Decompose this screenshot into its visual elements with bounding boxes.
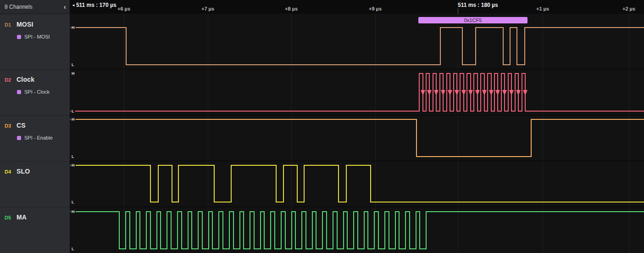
trace-slo bbox=[70, 165, 644, 202]
trace-cs bbox=[70, 119, 644, 157]
falling-edge-marker-icon bbox=[482, 90, 487, 96]
level-label-low: L bbox=[71, 247, 75, 251]
channel-row-d1[interactable]: D1MOSISPI - MOSI bbox=[0, 14, 70, 69]
falling-edge-marker-icon bbox=[509, 90, 514, 96]
decode-bubble-label: 0x1CF5 bbox=[464, 17, 482, 23]
waveform-area[interactable]: HL0x1CF5HLHLHLHL bbox=[70, 14, 644, 253]
falling-edge-marker-icon bbox=[434, 90, 439, 96]
falling-edge-marker-icon bbox=[523, 90, 527, 96]
falling-edge-marker-icon bbox=[461, 90, 466, 96]
channel-row-d3[interactable]: D3CSSPI - Enable bbox=[0, 115, 70, 161]
channel-row-divider bbox=[70, 69, 644, 69]
channel-name-label: MOSI bbox=[17, 21, 33, 28]
level-label-high: H bbox=[71, 209, 76, 214]
timeline-tick-label: +2 µs bbox=[622, 6, 635, 11]
level-label-low: L bbox=[71, 109, 75, 113]
falling-edge-marker-icon bbox=[475, 90, 480, 96]
timeline-start-marker-icon: ◄ bbox=[72, 3, 75, 7]
channels-count-label: 8 Channels bbox=[5, 4, 33, 10]
trace-ma bbox=[70, 212, 644, 249]
channel-id-label: D5 bbox=[5, 215, 17, 220]
level-label-low: L bbox=[71, 154, 75, 159]
timeline-tick-label: +1 µs bbox=[536, 6, 549, 11]
collapse-sidebar-icon[interactable]: ‹ bbox=[64, 3, 66, 10]
falling-edge-marker-icon bbox=[455, 90, 459, 96]
falling-edge-marker-icon bbox=[448, 90, 452, 96]
timeline-tick-mark bbox=[458, 8, 458, 14]
channel-row-divider bbox=[70, 115, 644, 115]
decode-bubble[interactable]: 0x1CF5 bbox=[418, 17, 527, 23]
channel-row-divider bbox=[70, 161, 644, 161]
channel-analyzer[interactable]: SPI - MOSI bbox=[0, 34, 70, 39]
channel-analyzer[interactable]: SPI - Enable bbox=[0, 135, 70, 141]
falling-edge-marker-icon bbox=[441, 90, 445, 96]
level-label-high: H bbox=[71, 163, 76, 168]
channel-name-label: Clock bbox=[17, 76, 34, 83]
timeline-ruler[interactable]: ◄511 ms : 170 µs +6 µs+7 µs+8 µs+9 µs511… bbox=[70, 0, 644, 14]
falling-edge-marker-icon bbox=[427, 90, 432, 96]
falling-edge-marker-icon bbox=[421, 90, 425, 96]
channel-row-d4[interactable]: D4SLO bbox=[0, 161, 70, 207]
channel-row-divider bbox=[70, 207, 644, 207]
channel-analyzer[interactable]: SPI - Clock bbox=[0, 89, 70, 95]
channel-id-label: D3 bbox=[5, 123, 17, 129]
channel-id-label: D1 bbox=[5, 22, 17, 28]
falling-edge-marker-icon bbox=[516, 90, 521, 96]
falling-edge-marker-icon bbox=[468, 90, 473, 96]
timeline-tick-label: 511 ms : 180 µs bbox=[458, 2, 498, 8]
level-label-low: L bbox=[71, 200, 75, 204]
falling-edge-marker-icon bbox=[502, 90, 507, 96]
timeline-tick-label: +8 µs bbox=[285, 6, 298, 11]
timeline-start-label: ◄511 ms : 170 µs bbox=[72, 2, 117, 8]
level-label-low: L bbox=[71, 62, 75, 67]
falling-edge-marker-icon bbox=[495, 90, 500, 96]
sidebar-header: 8 Channels ‹ bbox=[0, 0, 70, 14]
trace-clock bbox=[70, 73, 644, 111]
trace-mosi bbox=[70, 28, 644, 65]
timeline-tick-label: +9 µs bbox=[369, 6, 382, 11]
timeline-tick-label: +6 µs bbox=[117, 6, 130, 11]
channel-id-label: D2 bbox=[5, 77, 17, 83]
analyzer-color-swatch-icon bbox=[17, 35, 21, 39]
analyzer-color-swatch-icon bbox=[17, 90, 21, 94]
level-label-high: H bbox=[71, 25, 76, 30]
channel-name-label: CS bbox=[17, 122, 26, 129]
channel-row-d2[interactable]: D2ClockSPI - Clock bbox=[0, 69, 70, 115]
channel-name-label: SLO bbox=[17, 168, 30, 175]
channel-name-label: MA bbox=[17, 214, 27, 221]
analyzer-name-label: SPI - Enable bbox=[24, 135, 53, 141]
level-label-high: H bbox=[71, 117, 76, 122]
timeline-tick-label: +7 µs bbox=[201, 6, 214, 11]
analyzer-name-label: SPI - Clock bbox=[24, 89, 50, 95]
channel-id-label: D4 bbox=[5, 169, 17, 174]
waveform-canvas bbox=[70, 14, 644, 253]
channels-sidebar: 8 Channels ‹ D1MOSISPI - MOSID2ClockSPI … bbox=[0, 0, 70, 253]
channel-row-d5[interactable]: D5MA bbox=[0, 207, 70, 253]
analyzer-name-label: SPI - MOSI bbox=[24, 34, 50, 39]
analyzer-color-swatch-icon bbox=[17, 136, 21, 140]
level-label-high: H bbox=[71, 71, 76, 76]
logic-analyzer-app: ◄511 ms : 170 µs +6 µs+7 µs+8 µs+9 µs511… bbox=[0, 0, 644, 253]
falling-edge-marker-icon bbox=[489, 90, 494, 96]
